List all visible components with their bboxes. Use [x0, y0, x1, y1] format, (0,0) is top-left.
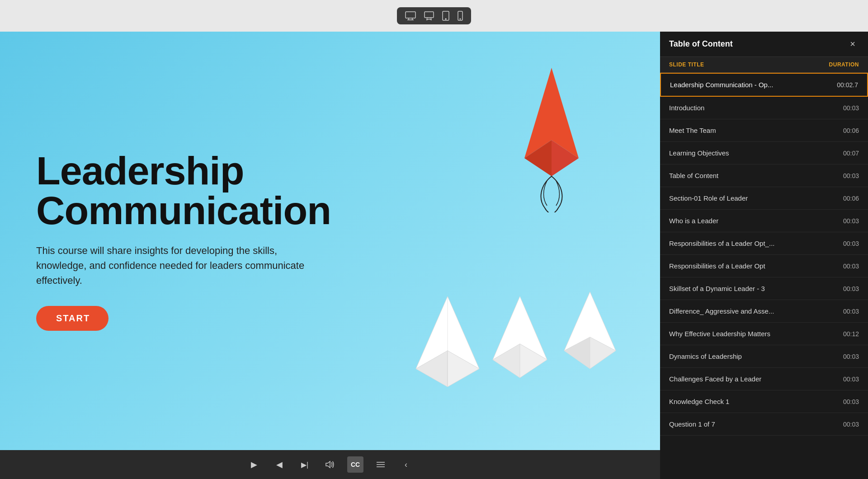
toc-header: Table of Content × — [660, 32, 868, 57]
course-content: Leadership Communication This course wil… — [0, 32, 660, 450]
monitor-icon[interactable] — [424, 11, 434, 20]
main-area: Leadership Communication This course wil… — [0, 32, 868, 479]
toc-item-title: Question 1 of 7 — [669, 420, 836, 428]
toc-item-title: Skillset of a Dynamic Leader - 3 — [669, 285, 836, 292]
toc-item-duration: 00:03 — [836, 285, 859, 292]
toc-list-item[interactable]: Skillset of a Dynamic Leader - 300:03 — [660, 277, 868, 300]
toc-list-item[interactable]: Difference_ Aggressive and Asse...00:03 — [660, 300, 868, 323]
step-forward-button[interactable]: ▶| — [297, 456, 313, 473]
toc-item-duration: 00:06 — [836, 127, 859, 134]
toc-item-duration: 00:03 — [836, 376, 859, 383]
svg-point-6 — [445, 19, 446, 19]
svg-marker-12 — [416, 296, 479, 369]
toc-list-item[interactable]: Table of Content00:03 — [660, 164, 868, 187]
duration-col-header: DURATION — [829, 61, 859, 68]
toc-item-title: Meet The Team — [669, 127, 836, 134]
toc-item-duration: 00:02.7 — [835, 81, 858, 89]
toc-item-title: Responsibilities of a Leader Opt — [669, 262, 836, 270]
svg-marker-21 — [590, 337, 616, 369]
svg-marker-9 — [524, 68, 579, 158]
volume-button[interactable] — [322, 456, 338, 473]
toc-panel: Table of Content × SLIDE TITLE DURATION … — [660, 32, 868, 479]
cc-button[interactable]: CC — [347, 456, 363, 473]
svg-marker-20 — [564, 337, 590, 369]
toc-item-duration: 00:12 — [836, 330, 859, 338]
toc-close-button[interactable]: × — [846, 38, 859, 51]
play-button[interactable]: ▶ — [246, 456, 262, 473]
toc-panel-title: Table of Content — [669, 39, 733, 49]
toc-item-duration: 00:03 — [836, 421, 859, 428]
toc-item-title: Learning Objectives — [669, 149, 836, 157]
tablet-icon[interactable] — [442, 11, 449, 21]
toc-list-item[interactable]: Challenges Faced by a Leader00:03 — [660, 368, 868, 390]
white-airplane-1 — [411, 296, 484, 387]
svg-rect-0 — [406, 12, 415, 18]
toc-list: Leadership Communication - Op...00:02.7I… — [660, 73, 868, 479]
course-subtitle: This course will share insights for deve… — [36, 243, 316, 288]
white-airplane-2 — [488, 296, 552, 378]
toc-item-duration: 00:03 — [836, 172, 859, 179]
collapse-button[interactable]: ‹ — [398, 456, 414, 473]
toc-item-duration: 00:07 — [836, 150, 859, 157]
desktop-icon[interactable] — [405, 11, 416, 20]
toc-item-duration: 00:03 — [836, 353, 859, 360]
toc-item-title: Table of Content — [669, 172, 836, 179]
toc-item-duration: 00:03 — [836, 240, 859, 247]
toc-item-duration: 00:03 — [836, 308, 859, 315]
toc-list-item[interactable]: Why Effective Leadership Matters00:12 — [660, 323, 868, 345]
toc-item-title: Why Effective Leadership Matters — [669, 330, 836, 338]
toc-column-headers: SLIDE TITLE DURATION — [660, 57, 868, 73]
rewind-button[interactable]: ◀ — [271, 456, 288, 473]
svg-marker-18 — [520, 344, 547, 378]
white-airplane-3 — [561, 292, 619, 369]
toc-list-item[interactable]: Responsibilities of a Leader Opt_...00:0… — [660, 232, 868, 255]
slide-title-col-header: SLIDE TITLE — [669, 61, 704, 68]
svg-marker-23 — [326, 461, 330, 468]
start-button[interactable]: START — [36, 306, 108, 331]
svg-marker-19 — [564, 292, 616, 351]
course-title: Leadership Communication — [36, 151, 624, 230]
toc-item-title: Challenges Faced by a Leader — [669, 375, 836, 383]
toc-item-title: Responsibilities of a Leader Opt_... — [669, 240, 836, 247]
top-bar — [0, 0, 868, 32]
course-player: Leadership Communication This course wil… — [0, 32, 660, 479]
toc-item-title: Leadership Communication - Op... — [670, 81, 835, 89]
mobile-icon[interactable] — [458, 11, 463, 21]
toc-list-item[interactable]: Responsibilities of a Leader Opt00:03 — [660, 255, 868, 277]
toc-list-item[interactable]: Leadership Communication - Op...00:02.7 — [660, 73, 868, 97]
toc-item-duration: 00:03 — [836, 398, 859, 405]
airplane-decoration — [398, 59, 624, 414]
toc-item-duration: 00:06 — [836, 195, 859, 202]
toc-list-item[interactable]: Learning Objectives00:07 — [660, 142, 868, 164]
svg-marker-17 — [493, 344, 520, 378]
svg-marker-14 — [448, 351, 479, 387]
toc-item-title: Introduction — [669, 104, 836, 112]
toc-list-item[interactable]: Section-01 Role of Leader00:06 — [660, 187, 868, 210]
toc-item-duration: 00:03 — [836, 217, 859, 225]
menu-button[interactable] — [373, 456, 389, 473]
toc-item-title: Knowledge Check 1 — [669, 398, 836, 405]
toc-item-duration: 00:03 — [836, 104, 859, 112]
toc-list-item[interactable]: Who is a Leader00:03 — [660, 210, 868, 232]
toc-item-duration: 00:03 — [836, 263, 859, 270]
player-controls: ▶ ◀ ▶| CC ‹ — [0, 450, 660, 479]
svg-rect-4 — [425, 12, 434, 18]
toc-list-item[interactable]: Knowledge Check 100:03 — [660, 390, 868, 413]
toc-item-title: Section-01 Role of Leader — [669, 194, 836, 202]
toc-item-title: Who is a Leader — [669, 217, 836, 225]
toc-item-title: Difference_ Aggressive and Asse... — [669, 307, 836, 315]
device-toolbar — [397, 7, 471, 24]
toc-list-item[interactable]: Dynamics of Leadership00:03 — [660, 345, 868, 368]
svg-marker-13 — [416, 351, 448, 387]
toc-list-item[interactable]: Introduction00:03 — [660, 97, 868, 119]
toc-item-title: Dynamics of Leadership — [669, 352, 836, 360]
toc-list-item[interactable]: Meet The Team00:06 — [660, 119, 868, 142]
course-title-text: Leadership Communication — [36, 148, 331, 233]
svg-marker-16 — [493, 296, 547, 360]
svg-point-8 — [460, 19, 461, 19]
toc-list-item[interactable]: Question 1 of 700:03 — [660, 413, 868, 436]
